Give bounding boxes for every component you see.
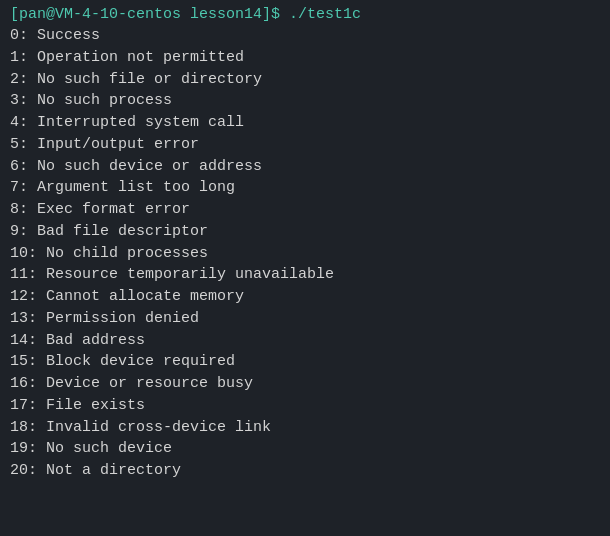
output-line: 9: Bad file descriptor xyxy=(10,221,600,243)
output-line: 1: Operation not permitted xyxy=(10,47,600,69)
output-line: 7: Argument list too long xyxy=(10,177,600,199)
output-line: 19: No such device xyxy=(10,438,600,460)
terminal-window: [pan@VM-4-10-centos lesson14]$ ./test1c … xyxy=(0,0,610,536)
output-container: 0: Success1: Operation not permitted2: N… xyxy=(10,25,600,482)
output-line: 20: Not a directory xyxy=(10,460,600,482)
output-line: 8: Exec format error xyxy=(10,199,600,221)
output-line: 6: No such device or address xyxy=(10,156,600,178)
output-line: 13: Permission denied xyxy=(10,308,600,330)
output-line: 3: No such process xyxy=(10,90,600,112)
output-line: 2: No such file or directory xyxy=(10,69,600,91)
output-line: 5: Input/output error xyxy=(10,134,600,156)
output-line: 16: Device or resource busy xyxy=(10,373,600,395)
output-line: 14: Bad address xyxy=(10,330,600,352)
prompt-line: [pan@VM-4-10-centos lesson14]$ ./test1c xyxy=(10,6,600,23)
output-line: 17: File exists xyxy=(10,395,600,417)
output-line: 15: Block device required xyxy=(10,351,600,373)
output-line: 10: No child processes xyxy=(10,243,600,265)
output-line: 18: Invalid cross-device link xyxy=(10,417,600,439)
prompt-user: [pan@VM-4-10-centos lesson14]$ ./test1c xyxy=(10,6,361,23)
output-line: 11: Resource temporarily unavailable xyxy=(10,264,600,286)
output-line: 4: Interrupted system call xyxy=(10,112,600,134)
output-line: 0: Success xyxy=(10,25,600,47)
output-line: 12: Cannot allocate memory xyxy=(10,286,600,308)
